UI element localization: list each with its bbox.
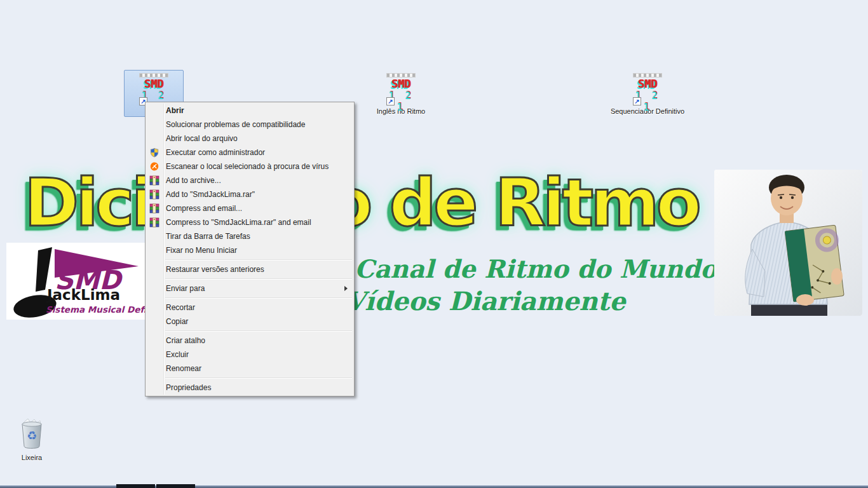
menu-item-recortar[interactable]: Recortar (146, 301, 353, 315)
menu-item-compress-and-email[interactable]: Compress and email... (146, 201, 353, 215)
menu-item-add-to-smdjacklima-rar[interactable]: Add to "SmdJackLima.rar" (146, 187, 353, 201)
menu-separator (165, 259, 352, 260)
menu-separator (165, 330, 352, 331)
menu-separator (165, 278, 352, 279)
smd-shortcut-icon: SMDSMD 1 2 1 ↗ (609, 72, 686, 105)
menu-item-label: Abrir local do arquivo (166, 134, 238, 143)
svg-text:♻: ♻ (27, 429, 37, 442)
winrar-icon (149, 203, 159, 214)
menu-item-label: Fixar no Menu Iniciar (166, 246, 237, 255)
photo-hand-left (796, 294, 814, 306)
photo-man-with-book (714, 170, 862, 316)
submenu-arrow-icon (344, 286, 348, 291)
menu-item-label: Tirar da Barra de Tarefas (166, 232, 250, 241)
menu-item-label: Compress and email... (166, 204, 242, 213)
photo-eye-right (791, 196, 794, 199)
menu-item-label: Add to "SmdJackLima.rar" (166, 190, 255, 199)
winrar-icon (149, 189, 159, 200)
menu-item-executar-como-administrador[interactable]: Executar como administrador (146, 146, 353, 159)
menu-item-label: Copiar (166, 317, 188, 326)
menu-item-label: Add to archive... (166, 176, 221, 185)
menu-item-renomear[interactable]: Renomear (146, 362, 353, 376)
desktop-icon-ingl-s-no-ritmo[interactable]: SMDSMD 1 2 1 ↗ Inglês no Ritmo (362, 70, 440, 117)
menu-item-fixar-no-menu-iniciar[interactable]: Fixar no Menu Iniciar (146, 243, 353, 257)
photo-hand-right (831, 268, 843, 285)
wallpaper-title: Dicionário de Ritmo (24, 164, 698, 241)
music-note-stem (36, 247, 52, 292)
piano-roll-bar (139, 73, 168, 78)
menu-item-label: Abrir (166, 106, 184, 115)
smd-shortcut-icon: SMDSMD 1 2 1 ↗ (126, 72, 182, 105)
shortcut-arrow-icon: ↗ (386, 97, 395, 105)
desktop-icon-label: Lixeira (8, 454, 55, 461)
menu-item-label: Executar como administrador (166, 148, 265, 157)
menu-item-label: Restaurar versões anteriores (166, 265, 264, 274)
piano-roll-bar (633, 73, 662, 78)
menu-item-enviar-para[interactable]: Enviar para (146, 281, 353, 295)
menu-item-copiar[interactable]: Copiar (146, 315, 353, 329)
uac-shield-icon (149, 147, 159, 158)
menu-item-compress-to-smdjacklima-rar-and-email[interactable]: Compress to "SmdJackLima.rar" and email (146, 215, 353, 229)
menu-item-label: Solucionar problemas de compatibilidade (166, 120, 305, 129)
menu-separator (165, 377, 352, 378)
smd-shortcut-icon: SMDSMD 1 2 1 ↗ (364, 72, 438, 105)
winrar-icon (149, 217, 159, 227)
menu-item-tirar-da-barra-de-tarefas[interactable]: Tirar da Barra de Tarefas (146, 229, 353, 243)
menu-item-propriedades[interactable]: Propriedades (146, 381, 353, 395)
menu-item-restaurar-vers-es-anteriores[interactable]: Restaurar versões anteriores (146, 262, 353, 276)
recycle-bin-icon: ♻ (8, 417, 55, 452)
wallpaper-slogan-line2: Vídeos Diariamente (345, 286, 626, 316)
piano-roll-bar (386, 73, 416, 78)
menu-item-label: Recortar (166, 303, 195, 312)
menu-item-label: Renomear (166, 364, 201, 373)
logo-tagline-text: Sistema Musical Definitivo (46, 304, 145, 315)
taskbar-window-button[interactable] (156, 484, 195, 488)
menu-item-criar-atalho[interactable]: Criar atalho (146, 334, 353, 348)
winrar-icon (149, 175, 159, 186)
context-menu: AbrirSolucionar problemas de compatibili… (145, 102, 355, 396)
photo-eye-left (780, 196, 782, 199)
logo-name-text: JackLima (46, 287, 120, 303)
photo-book (785, 225, 844, 302)
menu-item-escanear-o-local-selecionado-procura-de-v-rus[interactable]: Escanear o local selecionado à procura d… (146, 159, 353, 173)
taskbar-window-button[interactable] (116, 484, 155, 488)
menu-item-add-to-archive[interactable]: Add to archive... (146, 173, 353, 187)
menu-item-abrir[interactable]: Abrir (146, 104, 353, 118)
menu-item-abrir-local-do-arquivo[interactable]: Abrir local do arquivo (146, 132, 353, 146)
smd-jacklima-logo: SMD JackLima Sistema Musical Definitivo (6, 243, 145, 320)
menu-item-label: Compress to "SmdJackLima.rar" and email (166, 218, 311, 227)
avast-icon (149, 161, 159, 172)
shortcut-arrow-icon: ↗ (633, 97, 641, 105)
desktop-icon-sequenciador-definitivo[interactable]: SMDSMD 1 2 1 ↗ Sequenciador Definitivo (607, 70, 688, 117)
menu-item-label: Excluir (166, 350, 189, 359)
desktop-icon-lixeira[interactable]: ♻ Lixeira (6, 415, 57, 463)
wallpaper-slogan-line1: Canal de Ritmo do Mundo (355, 254, 717, 283)
menu-item-excluir[interactable]: Excluir (146, 348, 353, 362)
menu-item-label: Criar atalho (166, 336, 205, 345)
menu-item-label: Propriedades (166, 383, 211, 392)
menu-item-label: Enviar para (166, 284, 205, 293)
menu-item-label: Escanear o local selecionado à procura d… (166, 162, 329, 171)
menu-separator (165, 297, 352, 298)
menu-item-solucionar-problemas-de-compatibilidade[interactable]: Solucionar problemas de compatibilidade (146, 118, 353, 132)
